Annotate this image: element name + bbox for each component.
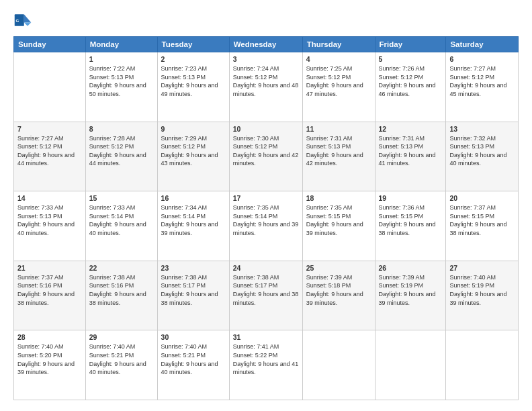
day-number: 7 [17, 125, 82, 133]
day-of-week-monday: Monday [85, 37, 157, 52]
day-number: 26 [379, 264, 443, 272]
day-number: 31 [233, 333, 299, 341]
calendar-cell: 20Sunrise: 7:37 AMSunset: 5:15 PMDayligh… [446, 191, 519, 261]
day-number: 30 [161, 333, 226, 341]
day-info: Sunrise: 7:22 AMSunset: 5:13 PMDaylight:… [89, 64, 154, 98]
day-info: Sunrise: 7:31 AMSunset: 5:13 PMDaylight:… [379, 134, 443, 168]
day-info: Sunrise: 7:38 AMSunset: 5:16 PMDaylight:… [89, 273, 154, 307]
day-of-week-tuesday: Tuesday [157, 37, 229, 52]
calendar-cell [302, 330, 375, 400]
calendar-cell: 15Sunrise: 7:33 AMSunset: 5:14 PMDayligh… [85, 191, 157, 261]
calendar-cell: 5Sunrise: 7:26 AMSunset: 5:12 PMDaylight… [375, 52, 446, 122]
day-number: 8 [89, 125, 154, 133]
day-info: Sunrise: 7:33 AMSunset: 5:14 PMDaylight:… [89, 203, 154, 237]
day-number: 23 [161, 264, 226, 272]
page: G SundayMondayTuesdayWednesdayThursdayFr… [0, 0, 532, 411]
calendar-cell: 23Sunrise: 7:38 AMSunset: 5:17 PMDayligh… [157, 261, 229, 330]
day-info: Sunrise: 7:40 AMSunset: 5:21 PMDaylight:… [161, 342, 226, 376]
day-number: 13 [449, 125, 515, 133]
day-number: 20 [449, 194, 515, 202]
day-info: Sunrise: 7:29 AMSunset: 5:12 PMDaylight:… [161, 134, 226, 168]
day-info: Sunrise: 7:40 AMSunset: 5:21 PMDaylight:… [89, 342, 154, 376]
day-info: Sunrise: 7:27 AMSunset: 5:12 PMDaylight:… [449, 64, 515, 98]
calendar-cell: 22Sunrise: 7:38 AMSunset: 5:16 PMDayligh… [85, 261, 157, 330]
day-number: 9 [161, 125, 226, 133]
day-info: Sunrise: 7:34 AMSunset: 5:14 PMDaylight:… [161, 203, 226, 237]
calendar-cell: 21Sunrise: 7:37 AMSunset: 5:16 PMDayligh… [14, 261, 86, 330]
calendar-cell: 18Sunrise: 7:35 AMSunset: 5:15 PMDayligh… [302, 191, 375, 261]
calendar-cell: 19Sunrise: 7:36 AMSunset: 5:15 PMDayligh… [375, 191, 446, 261]
calendar-cell [446, 330, 519, 400]
calendar-cell: 14Sunrise: 7:33 AMSunset: 5:13 PMDayligh… [14, 191, 86, 261]
calendar-cell: 13Sunrise: 7:32 AMSunset: 5:13 PMDayligh… [446, 122, 519, 191]
calendar-cell: 9Sunrise: 7:29 AMSunset: 5:12 PMDaylight… [157, 122, 229, 191]
calendar-cell: 12Sunrise: 7:31 AMSunset: 5:13 PMDayligh… [375, 122, 446, 191]
day-of-week-thursday: Thursday [302, 37, 375, 52]
calendar-cell: 30Sunrise: 7:40 AMSunset: 5:21 PMDayligh… [157, 330, 229, 400]
day-info: Sunrise: 7:37 AMSunset: 5:15 PMDaylight:… [449, 203, 515, 237]
day-info: Sunrise: 7:36 AMSunset: 5:15 PMDaylight:… [379, 203, 443, 237]
calendar-cell: 6Sunrise: 7:27 AMSunset: 5:12 PMDaylight… [446, 52, 519, 122]
calendar-cell: 4Sunrise: 7:25 AMSunset: 5:12 PMDaylight… [302, 52, 375, 122]
day-number: 5 [379, 55, 443, 63]
day-number: 16 [161, 194, 226, 202]
header: G [13, 11, 519, 30]
calendar-cell: 10Sunrise: 7:30 AMSunset: 5:12 PMDayligh… [229, 122, 302, 191]
day-info: Sunrise: 7:31 AMSunset: 5:13 PMDaylight:… [306, 134, 371, 168]
day-info: Sunrise: 7:39 AMSunset: 5:19 PMDaylight:… [379, 273, 443, 307]
calendar-week-row: 28Sunrise: 7:40 AMSunset: 5:20 PMDayligh… [14, 330, 519, 400]
calendar-week-row: 1Sunrise: 7:22 AMSunset: 5:13 PMDaylight… [14, 52, 519, 122]
calendar-cell: 2Sunrise: 7:23 AMSunset: 5:13 PMDaylight… [157, 52, 229, 122]
day-info: Sunrise: 7:33 AMSunset: 5:13 PMDaylight:… [17, 203, 82, 237]
day-info: Sunrise: 7:26 AMSunset: 5:12 PMDaylight:… [379, 64, 443, 98]
day-number: 22 [89, 264, 154, 272]
day-number: 2 [161, 55, 226, 63]
calendar-cell: 11Sunrise: 7:31 AMSunset: 5:13 PMDayligh… [302, 122, 375, 191]
day-number: 6 [449, 55, 515, 63]
day-info: Sunrise: 7:32 AMSunset: 5:13 PMDaylight:… [449, 134, 515, 168]
calendar-cell: 17Sunrise: 7:35 AMSunset: 5:14 PMDayligh… [229, 191, 302, 261]
calendar-cell: 31Sunrise: 7:41 AMSunset: 5:22 PMDayligh… [229, 330, 302, 400]
day-of-week-saturday: Saturday [446, 37, 519, 52]
day-number: 21 [17, 264, 82, 272]
day-number: 17 [233, 194, 299, 202]
calendar-cell: 7Sunrise: 7:27 AMSunset: 5:12 PMDaylight… [14, 122, 86, 191]
day-info: Sunrise: 7:35 AMSunset: 5:14 PMDaylight:… [233, 203, 299, 237]
calendar-cell: 27Sunrise: 7:40 AMSunset: 5:19 PMDayligh… [446, 261, 519, 330]
day-info: Sunrise: 7:28 AMSunset: 5:12 PMDaylight:… [89, 134, 154, 168]
calendar-week-row: 14Sunrise: 7:33 AMSunset: 5:13 PMDayligh… [14, 191, 519, 261]
calendar-header-row: SundayMondayTuesdayWednesdayThursdayFrid… [14, 37, 519, 52]
day-number: 18 [306, 194, 371, 202]
calendar-cell [375, 330, 446, 400]
calendar-week-row: 7Sunrise: 7:27 AMSunset: 5:12 PMDaylight… [14, 122, 519, 191]
logo: G [13, 11, 35, 30]
calendar-cell: 1Sunrise: 7:22 AMSunset: 5:13 PMDaylight… [85, 52, 157, 122]
calendar-cell [14, 52, 86, 122]
day-number: 10 [233, 125, 299, 133]
calendar-cell: 3Sunrise: 7:24 AMSunset: 5:12 PMDaylight… [229, 52, 302, 122]
day-number: 11 [306, 125, 371, 133]
calendar-cell: 29Sunrise: 7:40 AMSunset: 5:21 PMDayligh… [85, 330, 157, 400]
calendar-cell: 25Sunrise: 7:39 AMSunset: 5:18 PMDayligh… [302, 261, 375, 330]
day-info: Sunrise: 7:35 AMSunset: 5:15 PMDaylight:… [306, 203, 371, 237]
calendar-cell: 28Sunrise: 7:40 AMSunset: 5:20 PMDayligh… [14, 330, 86, 400]
day-number: 27 [449, 264, 515, 272]
day-number: 19 [379, 194, 443, 202]
day-info: Sunrise: 7:27 AMSunset: 5:12 PMDaylight:… [17, 134, 82, 168]
day-number: 25 [306, 264, 371, 272]
day-info: Sunrise: 7:30 AMSunset: 5:12 PMDaylight:… [233, 134, 299, 168]
day-of-week-wednesday: Wednesday [229, 37, 302, 52]
day-number: 14 [17, 194, 82, 202]
logo-icon: G [13, 11, 32, 30]
calendar: SundayMondayTuesdayWednesdayThursdayFrid… [13, 36, 519, 400]
day-info: Sunrise: 7:40 AMSunset: 5:19 PMDaylight:… [449, 273, 515, 307]
day-number: 3 [233, 55, 299, 63]
day-number: 1 [89, 55, 154, 63]
day-number: 29 [89, 333, 154, 341]
calendar-cell: 16Sunrise: 7:34 AMSunset: 5:14 PMDayligh… [157, 191, 229, 261]
calendar-cell: 8Sunrise: 7:28 AMSunset: 5:12 PMDaylight… [85, 122, 157, 191]
day-number: 12 [379, 125, 443, 133]
day-info: Sunrise: 7:38 AMSunset: 5:17 PMDaylight:… [161, 273, 226, 307]
day-number: 15 [89, 194, 154, 202]
day-number: 28 [17, 333, 82, 341]
